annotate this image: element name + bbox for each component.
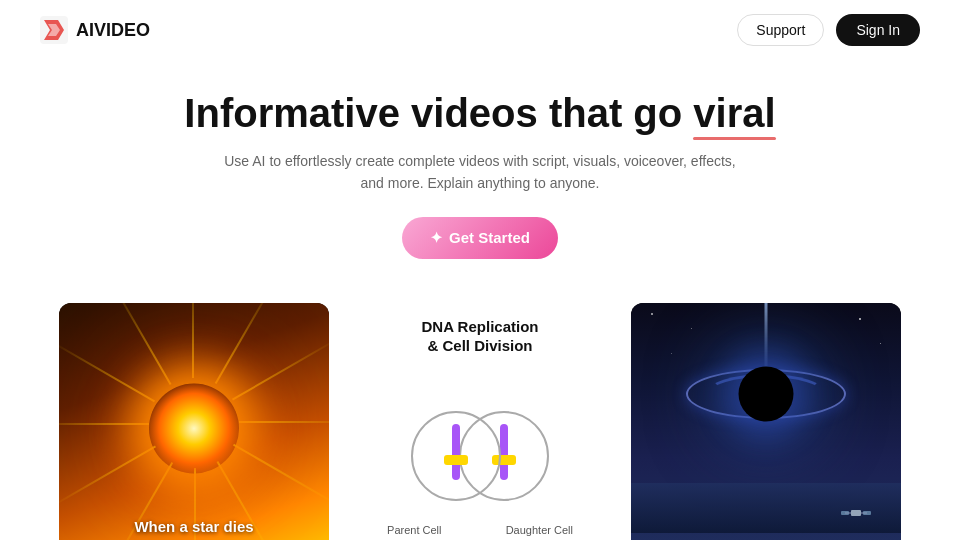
header-nav: Support Sign In	[737, 14, 920, 46]
satellite-icon	[841, 503, 871, 523]
logo-icon	[40, 16, 68, 44]
hero-title-highlight: viral	[693, 90, 775, 136]
video-card-blackhole[interactable]: ▶ 0:00 🔊 ⛶ ⋮	[631, 303, 901, 540]
hero-title-part1: Informative videos that go	[184, 91, 693, 135]
header: AIVIDEO Support Sign In	[0, 0, 960, 60]
svg-rect-3	[851, 510, 861, 516]
logo: AIVIDEO	[40, 16, 150, 44]
support-button[interactable]: Support	[737, 14, 824, 46]
blackhole-visual	[631, 303, 901, 540]
video-grid-row1: When a star dies ▶ 0:00 🔊 ⛶ ⋮ DNA Replic…	[0, 283, 960, 540]
dna-visual: DNA Replication & Cell Division P	[345, 303, 615, 540]
get-started-button[interactable]: ✦ Get Started	[402, 217, 558, 259]
logo-text: AIVIDEO	[76, 20, 150, 41]
signin-button[interactable]: Sign In	[836, 14, 920, 46]
cell-labels: Parent Cell Daughter Cell	[345, 516, 615, 540]
hero-section: Informative videos that go viral Use AI …	[0, 60, 960, 283]
dna-title: DNA Replication & Cell Division	[345, 303, 615, 366]
hero-title: Informative videos that go viral	[184, 90, 775, 136]
video-card-dna[interactable]: DNA Replication & Cell Division P	[345, 303, 615, 540]
daughter-cell-label: Daughter Cell	[506, 524, 573, 536]
video-card-star[interactable]: When a star dies ▶ 0:00 🔊 ⛶ ⋮	[59, 303, 329, 540]
hero-subtitle-line1: Use AI to effortlessly create complete v…	[224, 153, 736, 169]
parent-cell-label: Parent Cell	[387, 524, 441, 536]
sparkle-icon: ✦	[430, 229, 443, 247]
hero-subtitle: Use AI to effortlessly create complete v…	[40, 150, 920, 195]
star-label: When a star dies	[59, 518, 329, 535]
hero-subtitle-line2: and more. Explain anything to anyone.	[361, 175, 600, 191]
get-started-label: Get Started	[449, 229, 530, 246]
star-visual: When a star dies	[59, 303, 329, 540]
